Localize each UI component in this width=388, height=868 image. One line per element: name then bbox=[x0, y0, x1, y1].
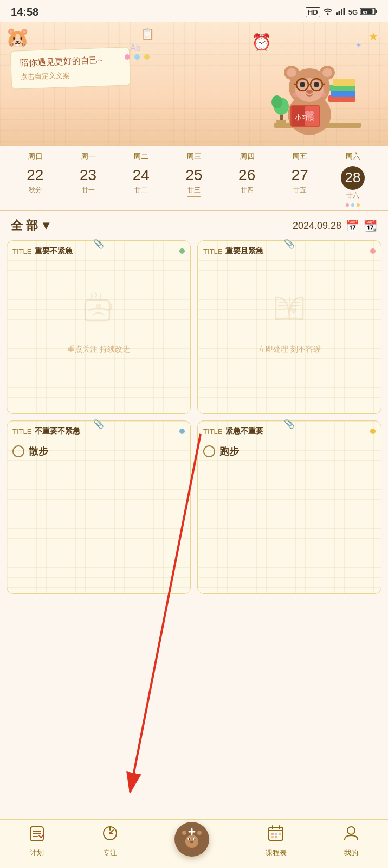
q1-empty-text: 重点关注 持续改进 bbox=[67, 344, 130, 354]
quadrant-grid: 📎 TITLE 重要不紧急 bbox=[0, 240, 388, 601]
banner-dot-pink bbox=[125, 54, 130, 60]
nav-label-profile: 我的 bbox=[344, 848, 358, 858]
nav-item-plan[interactable]: 计划 bbox=[28, 825, 46, 858]
cal-date-28-dots bbox=[346, 203, 360, 207]
banner-note[interactable]: 陪你遇见更好的自己~ 点击自定义文案 bbox=[10, 47, 131, 90]
svg-point-16 bbox=[271, 95, 282, 108]
svg-rect-13 bbox=[333, 79, 355, 86]
q3-task-1[interactable]: 散步 bbox=[12, 441, 185, 462]
banner-dots bbox=[125, 54, 150, 60]
cal-date-num-26: 26 bbox=[238, 166, 255, 184]
cal-dot-3 bbox=[357, 203, 360, 207]
svg-point-79 bbox=[347, 827, 355, 834]
q3-task-1-circle[interactable] bbox=[12, 445, 24, 457]
nav-item-focus[interactable]: 专注 bbox=[101, 825, 119, 858]
q2-status-dot bbox=[370, 248, 376, 254]
svg-text:83: 83 bbox=[363, 10, 367, 15]
q4-task-1-circle[interactable] bbox=[203, 445, 215, 457]
svg-point-32 bbox=[306, 90, 313, 94]
filter-date-area: 2024.09.28 📅 📆 bbox=[293, 219, 377, 232]
q2-empty-text: 立即处理 刻不容缓 bbox=[258, 344, 321, 354]
svg-point-61 bbox=[197, 831, 202, 835]
quadrant-important-not-urgent[interactable]: 📎 TITLE 重要不紧急 bbox=[7, 240, 191, 414]
svg-rect-1 bbox=[336, 12, 338, 15]
nav-label-schedule: 课程表 bbox=[266, 848, 287, 858]
banner-dot-blue bbox=[134, 54, 140, 60]
banner-note-sub: 点击自定义文案 bbox=[20, 69, 121, 82]
cal-date-lunar-26: 廿四 bbox=[241, 186, 254, 195]
svg-point-0 bbox=[327, 13, 328, 15]
nav-item-schedule[interactable]: 课程表 bbox=[266, 825, 287, 858]
nav-icon-focus bbox=[101, 825, 119, 846]
status-icons: HD 5G bbox=[306, 7, 377, 17]
nav-item-profile[interactable]: 我的 bbox=[342, 825, 360, 858]
cal-date-23[interactable]: 23 廿一 bbox=[67, 166, 110, 195]
q1-clip: 📎 bbox=[93, 239, 104, 249]
svg-point-30 bbox=[300, 82, 305, 87]
cal-day-thu: 周四 bbox=[225, 152, 269, 162]
cal-date-festival-22: 秋分 bbox=[29, 186, 42, 195]
bottom-nav: 计划 专注 bbox=[0, 819, 388, 868]
svg-line-44 bbox=[292, 302, 300, 303]
cal-date-24[interactable]: 24 廿二 bbox=[119, 166, 163, 195]
q2-empty-state: 立即处理 刻不容缓 bbox=[203, 260, 376, 380]
nav-icon-schedule bbox=[267, 825, 284, 846]
q3-title-prefix: TITLE bbox=[12, 427, 31, 436]
cal-date-num-22: 22 bbox=[27, 166, 43, 184]
svg-rect-77 bbox=[271, 836, 274, 838]
cal-date-lunar-27: 廿五 bbox=[293, 186, 306, 195]
svg-point-65 bbox=[189, 838, 190, 840]
cal-date-22[interactable]: 22 秋分 bbox=[14, 166, 57, 195]
cal-selected-indicator bbox=[187, 196, 201, 197]
svg-point-59 bbox=[182, 831, 186, 835]
hamster-decoration: 🐹 bbox=[5, 26, 30, 49]
filter-text: 全 部 bbox=[11, 218, 38, 234]
nav-icon-plan bbox=[28, 825, 46, 846]
cal-date-26[interactable]: 26 廿四 bbox=[225, 166, 269, 195]
q4-clip: 📎 bbox=[284, 419, 295, 429]
calendar-icon-2[interactable]: 📆 bbox=[364, 219, 377, 232]
svg-line-45 bbox=[292, 305, 300, 306]
banner-dot-yellow bbox=[144, 54, 150, 60]
q2-title-prefix: TITLE bbox=[203, 247, 222, 256]
cal-date-lunar-28: 廿六 bbox=[346, 191, 359, 200]
dropdown-arrow: ▼ bbox=[40, 219, 52, 233]
filter-label[interactable]: 全 部 ▼ bbox=[11, 218, 52, 234]
alarm-clock: ⏰ bbox=[251, 33, 271, 52]
cal-date-27[interactable]: 27 廿五 bbox=[278, 166, 321, 195]
cal-day-mon: 周一 bbox=[67, 152, 110, 162]
quadrant-not-important-not-urgent[interactable]: 📎 TITLE 不重要不紧急 散步 bbox=[7, 420, 191, 594]
q3-status-dot bbox=[179, 429, 185, 434]
svg-point-33 bbox=[293, 92, 301, 97]
q1-status-dot bbox=[179, 248, 185, 254]
nav-add-button[interactable] bbox=[174, 822, 209, 857]
svg-rect-17 bbox=[276, 120, 286, 124]
nav-item-add[interactable] bbox=[174, 822, 209, 861]
quadrant-urgent-not-important[interactable]: 📎 TITLE 紧急不重要 跑步 bbox=[197, 420, 381, 594]
status-time: 14:58 bbox=[11, 6, 38, 18]
q1-title-prefix: TITLE bbox=[12, 247, 31, 256]
cal-dot-2 bbox=[351, 203, 354, 207]
star-decoration-1: ★ bbox=[368, 30, 378, 43]
svg-rect-3 bbox=[341, 9, 342, 15]
cal-date-28[interactable]: 28 廿六 bbox=[331, 166, 374, 207]
cal-day-sat: 周六 bbox=[331, 152, 374, 162]
calendar-icon-1[interactable]: 📅 bbox=[346, 219, 359, 232]
svg-rect-75 bbox=[275, 833, 277, 835]
nav-label-focus: 专注 bbox=[103, 848, 117, 858]
calendar-days-header: 周日 周一 周二 周三 周四 周五 周六 bbox=[9, 152, 379, 162]
cal-date-num-25: 25 bbox=[185, 166, 202, 184]
cal-date-lunar-24: 廿二 bbox=[134, 186, 147, 195]
q1-empty-icon bbox=[77, 286, 120, 338]
cal-day-sun: 周日 bbox=[14, 152, 57, 162]
header-banner: 🐹 陪你遇见更好的自己~ 点击自定义文案 bbox=[0, 22, 388, 146]
quadrant-important-urgent[interactable]: 📎 TITLE 重要且紧急 bbox=[197, 240, 381, 414]
page-wrapper: 14:58 HD 5G bbox=[0, 0, 388, 649]
q2-empty-icon bbox=[268, 286, 311, 338]
q4-task-1[interactable]: 跑步 bbox=[203, 441, 376, 462]
cal-date-25[interactable]: 25 廿三 bbox=[172, 166, 216, 197]
q3-clip: 📎 bbox=[93, 419, 104, 429]
hd-label: HD bbox=[306, 7, 320, 17]
svg-rect-4 bbox=[343, 8, 345, 15]
cal-date-num-28: 28 bbox=[341, 166, 365, 190]
